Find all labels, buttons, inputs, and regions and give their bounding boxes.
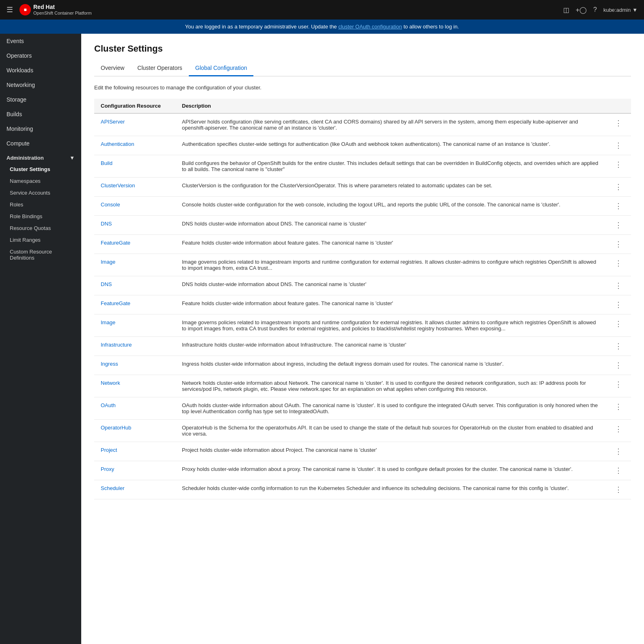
resource-cell: Image: [94, 314, 175, 337]
resource-cell: APIServer: [94, 113, 175, 136]
kebab-menu-button[interactable]: ⋮: [612, 402, 625, 411]
sidebar-item-namespaces[interactable]: Namespaces: [0, 175, 81, 187]
resource-link[interactable]: Scheduler: [101, 485, 125, 491]
redhat-logo: ■ Red Hat OpenShift Container Platform: [19, 4, 92, 16]
action-cell: ⋮: [606, 420, 631, 442]
resource-cell: OAuth: [94, 397, 175, 420]
sidebar-item-builds[interactable]: Builds: [0, 107, 81, 121]
kebab-menu-button[interactable]: ⋮: [612, 281, 625, 290]
kebab-menu-button[interactable]: ⋮: [612, 485, 625, 494]
resource-link[interactable]: Project: [101, 447, 117, 453]
sidebar-item-workloads[interactable]: Workloads: [0, 63, 81, 78]
resource-link[interactable]: OperatorHub: [101, 425, 131, 431]
kebab-menu-button[interactable]: ⋮: [612, 160, 625, 169]
resource-cell: Proxy: [94, 461, 175, 480]
resource-link[interactable]: APIServer: [101, 119, 125, 125]
kebab-menu-button[interactable]: ⋮: [612, 319, 625, 328]
resource-link[interactable]: Authentication: [101, 141, 134, 147]
sidebar-item-compute[interactable]: Compute: [0, 136, 81, 151]
action-cell: ⋮: [606, 375, 631, 397]
table-row: ProxyProxy holds cluster-wide informatio…: [94, 461, 631, 480]
sidebar-item-role-bindings[interactable]: Role Bindings: [0, 210, 81, 222]
sidebar-item-events[interactable]: Events: [0, 34, 81, 48]
sidebar-item-cluster-settings[interactable]: Cluster Settings: [0, 163, 81, 175]
add-icon[interactable]: +◯: [576, 6, 587, 14]
sidebar-item-storage[interactable]: Storage: [0, 92, 81, 107]
action-cell: ⋮: [606, 136, 631, 155]
description-cell: Authentication specifies cluster-wide se…: [175, 136, 606, 155]
user-menu[interactable]: kube:admin ▼: [603, 7, 638, 13]
resource-cell: ClusterVersion: [94, 178, 175, 197]
action-cell: ⋮: [606, 276, 631, 295]
kebab-menu-button[interactable]: ⋮: [612, 240, 625, 249]
sidebar-item-resource-quotas[interactable]: Resource Quotas: [0, 222, 81, 234]
kebab-menu-button[interactable]: ⋮: [612, 300, 625, 309]
kebab-menu-button[interactable]: ⋮: [612, 259, 625, 268]
apps-icon[interactable]: ◫: [563, 6, 569, 14]
resource-link[interactable]: Console: [101, 202, 120, 208]
kebab-menu-button[interactable]: ⋮: [612, 466, 625, 475]
help-icon[interactable]: ?: [593, 6, 597, 13]
description-cell: Scheduler holds cluster-wide config info…: [175, 480, 606, 499]
col-header-action: [606, 99, 631, 113]
resource-cell: Image: [94, 254, 175, 276]
brand-top: Red Hat: [33, 4, 92, 11]
kebab-menu-button[interactable]: ⋮: [612, 380, 625, 389]
kebab-menu-button[interactable]: ⋮: [612, 182, 625, 191]
layout: Events Operators Workloads Networking St…: [0, 34, 644, 644]
kebab-menu-button[interactable]: ⋮: [612, 361, 625, 370]
banner-text: You are logged in as a temporary adminis…: [185, 24, 338, 30]
resource-link[interactable]: OAuth: [101, 402, 116, 408]
sidebar-item-service-accounts[interactable]: Service Accounts: [0, 187, 81, 199]
kebab-menu-button[interactable]: ⋮: [612, 342, 625, 351]
action-cell: ⋮: [606, 461, 631, 480]
resource-link[interactable]: DNS: [101, 281, 112, 287]
sidebar-item-roles[interactable]: Roles: [0, 199, 81, 210]
resource-link[interactable]: Network: [101, 380, 120, 386]
kebab-menu-button[interactable]: ⋮: [612, 119, 625, 128]
kebab-menu-button[interactable]: ⋮: [612, 202, 625, 210]
table-row: DNSDNS holds cluster-wide information ab…: [94, 216, 631, 235]
resource-link[interactable]: FeatureGate: [101, 300, 130, 306]
sidebar-item-networking[interactable]: Networking: [0, 78, 81, 92]
col-header-resource: Configuration Resource: [94, 99, 175, 113]
table-row: ImageImage governs policies related to i…: [94, 254, 631, 276]
resource-link[interactable]: ClusterVersion: [101, 182, 135, 189]
tab-overview[interactable]: Overview: [94, 61, 131, 76]
tab-global-configuration[interactable]: Global Configuration: [189, 61, 254, 76]
kebab-menu-button[interactable]: ⋮: [612, 425, 625, 434]
tab-cluster-operators[interactable]: Cluster Operators: [131, 61, 188, 76]
table-row: ProjectProject holds cluster-wide inform…: [94, 442, 631, 461]
table-row: AuthenticationAuthentication specifies c…: [94, 136, 631, 155]
resource-cell: FeatureGate: [94, 235, 175, 254]
action-cell: ⋮: [606, 197, 631, 216]
resource-link[interactable]: DNS: [101, 221, 112, 227]
description-cell: Feature holds cluster-wide information a…: [175, 235, 606, 254]
resource-link[interactable]: Proxy: [101, 466, 114, 472]
sidebar-item-crd[interactable]: Custom Resource Definitions: [0, 246, 81, 264]
description-cell: Image governs policies related to images…: [175, 254, 606, 276]
action-cell: ⋮: [606, 216, 631, 235]
sidebar-item-monitoring[interactable]: Monitoring: [0, 121, 81, 136]
table-row: ImageImage governs policies related to i…: [94, 314, 631, 337]
sidebar: Events Operators Workloads Networking St…: [0, 34, 81, 644]
oauth-config-link[interactable]: cluster OAuth configuration: [338, 24, 402, 30]
description-cell: Network holds cluster-wide information a…: [175, 375, 606, 397]
kebab-menu-button[interactable]: ⋮: [612, 447, 625, 456]
resource-link[interactable]: Build: [101, 160, 112, 166]
kebab-menu-button[interactable]: ⋮: [612, 141, 625, 150]
resource-link[interactable]: Image: [101, 259, 115, 265]
resource-link[interactable]: Infrastructure: [101, 342, 132, 348]
hamburger-menu[interactable]: ☰: [6, 5, 13, 14]
sidebar-item-limit-ranges[interactable]: Limit Ranges: [0, 234, 81, 246]
table-row: ClusterVersionClusterVersion is the conf…: [94, 178, 631, 197]
resource-link[interactable]: Image: [101, 319, 115, 325]
resource-cell: Network: [94, 375, 175, 397]
sidebar-item-operators[interactable]: Operators: [0, 48, 81, 63]
resource-cell: Project: [94, 442, 175, 461]
resource-link[interactable]: FeatureGate: [101, 240, 130, 246]
resource-link[interactable]: Ingress: [101, 361, 118, 367]
sidebar-section-administration[interactable]: Administration ▼: [0, 151, 81, 163]
description-cell: Ingress holds cluster-wide information a…: [175, 356, 606, 375]
kebab-menu-button[interactable]: ⋮: [612, 221, 625, 230]
